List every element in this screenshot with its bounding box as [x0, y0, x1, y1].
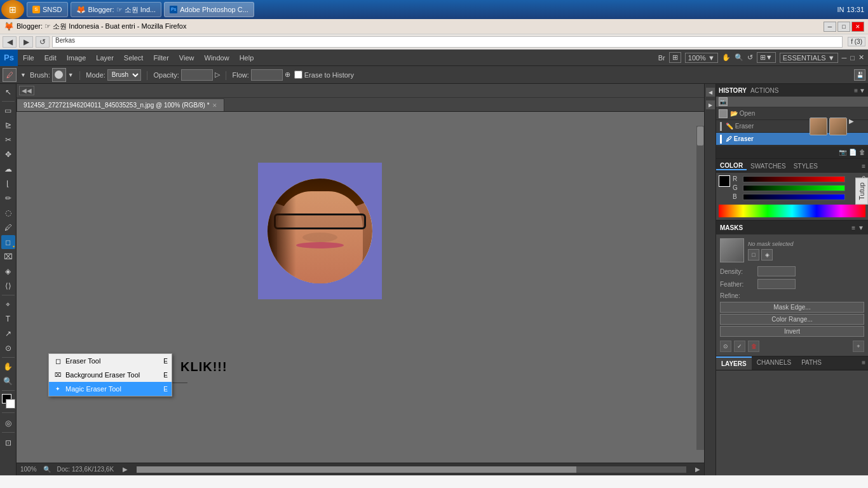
mask-apply-btn[interactable]: ✓ — [734, 341, 745, 352]
start-button[interactable]: ⊞ — [1, 0, 24, 19]
doc-tab-main[interactable]: 912458_272721946204011_845035253_n.jpg @… — [17, 98, 224, 111]
menu-filter[interactable]: Filter — [148, 51, 173, 64]
tool-preset-picker[interactable]: 🖊 — [3, 68, 17, 82]
taskbar-tab-blogger[interactable]: 🦊 Blogger: ☞ 소원 Ind... — [71, 2, 162, 17]
flow-input[interactable]: 100% — [251, 69, 283, 81]
maximize-button[interactable]: □ — [837, 22, 850, 32]
hscroll-thumb[interactable] — [137, 466, 576, 473]
feather-input[interactable] — [757, 279, 796, 289]
address-bar[interactable]: Berkas — [52, 36, 843, 48]
doc-tab-close[interactable]: ✕ — [212, 102, 217, 109]
tool-brush[interactable]: ✏ — [1, 191, 15, 205]
mode-select[interactable]: Brush — [107, 69, 141, 81]
ps-max-btn[interactable]: □ — [850, 54, 855, 62]
menu-window[interactable]: Window — [200, 51, 234, 64]
invert-btn[interactable]: Invert — [720, 326, 864, 337]
channels-tab[interactable]: CHANNELS — [752, 356, 796, 370]
tool-eraser[interactable]: ◻ ▾ — [1, 235, 15, 249]
fg-swatch[interactable] — [719, 175, 730, 187]
facebook-btn[interactable]: f (3) — [848, 37, 865, 46]
menu-layer[interactable]: Layer — [91, 51, 119, 64]
tool-path-select[interactable]: ↗ — [1, 327, 15, 341]
canvas-vscrollbar[interactable] — [696, 126, 704, 450]
tool-crop[interactable]: ✥ — [1, 147, 15, 161]
tool-eyedropper[interactable]: ☁ — [1, 162, 15, 176]
reload-button[interactable]: ↺ — [36, 36, 50, 48]
ps-hand-tool[interactable]: ✋ — [722, 53, 731, 62]
close-button[interactable]: ✕ — [851, 22, 864, 32]
panel-toggle-left[interactable]: ◀◀ — [19, 86, 34, 95]
ps-zoom-btn[interactable]: 100% ▼ — [685, 53, 718, 63]
tool-gradient[interactable]: ⌧ — [1, 250, 15, 264]
tool-blur[interactable]: ◈ — [1, 264, 15, 278]
red-slider[interactable] — [743, 176, 845, 182]
layers-menu-btn[interactable]: ≡ — [859, 356, 868, 370]
styles-tab[interactable]: STYLES — [790, 163, 822, 170]
layers-tab[interactable]: LAYERS — [716, 356, 752, 370]
color-panel-menu[interactable]: ≡ — [859, 163, 868, 170]
tool-move[interactable]: ↖ — [1, 85, 15, 99]
color-range-btn[interactable]: Color Range... — [720, 314, 864, 325]
tool-stamp[interactable]: ◌ — [1, 206, 15, 220]
options-save-btn[interactable]: 💾 — [854, 69, 865, 81]
brush-size-toggle[interactable]: ▼ — [68, 72, 74, 78]
narrow-btn-1[interactable]: ◀ — [706, 88, 715, 97]
panel-collapse-btn[interactable]: ▶ — [706, 100, 715, 109]
forward-button[interactable]: ▶ — [19, 36, 33, 48]
swatches-tab[interactable]: SWATCHES — [747, 163, 790, 170]
context-bg-eraser-tool[interactable]: ⌧ Background Eraser Tool E — [49, 368, 172, 382]
mask-load-btn[interactable]: ⊙ — [720, 341, 731, 352]
color-picker[interactable] — [1, 394, 15, 410]
taskbar-tab-photoshop[interactable]: Ps Adobe Photoshop C... — [164, 2, 254, 17]
add-pixel-mask-btn[interactable]: □ — [748, 249, 759, 261]
context-eraser-tool[interactable]: ◻ Eraser Tool E — [49, 354, 172, 368]
tool-dodge[interactable]: ⟨⟩ — [1, 279, 15, 293]
blue-slider[interactable] — [743, 194, 845, 200]
menu-file[interactable]: File — [18, 51, 39, 64]
canvas-hscrollbar[interactable] — [137, 466, 686, 473]
brush-picker[interactable] — [52, 68, 66, 82]
ps-zoom-tool[interactable]: 🔍 — [735, 53, 743, 62]
history-forward[interactable]: ▶ — [123, 466, 128, 473]
canvas-scroll-area[interactable]: ◻ Eraser Tool E ⌧ Background Eraser Tool… — [17, 112, 704, 463]
history-collapse-btn[interactable]: ▼ — [859, 87, 865, 94]
tool-text[interactable]: T — [1, 312, 15, 326]
vscroll-thumb[interactable] — [697, 126, 703, 146]
history-menu-btn[interactable]: ≡ — [854, 87, 858, 94]
actions-tab[interactable]: ACTIONS — [750, 87, 778, 94]
color-spectrum[interactable] — [719, 205, 865, 217]
menu-image[interactable]: Image — [62, 51, 92, 64]
history-tab-active[interactable]: HISTORY — [719, 87, 747, 94]
density-input[interactable] — [757, 266, 796, 276]
mask-edge-btn[interactable]: Mask Edge... — [720, 302, 864, 313]
ps-min-btn[interactable]: ─ — [842, 54, 847, 62]
mask-delete-btn[interactable]: 🗑 — [748, 341, 759, 352]
panel-arrow-btn[interactable]: ▶ — [849, 118, 854, 135]
tool-history-brush[interactable]: 🖊 — [1, 220, 15, 234]
menu-edit[interactable]: Edit — [39, 51, 62, 64]
masks-panel-menu[interactable]: ≡ — [851, 224, 855, 231]
history-new-snapshot[interactable]: 📷 — [839, 149, 846, 156]
green-slider[interactable] — [743, 185, 845, 191]
back-button[interactable]: ◀ — [3, 36, 17, 48]
tool-screen-mode[interactable]: ⊡ — [1, 436, 15, 450]
background-color[interactable] — [6, 399, 15, 409]
add-vector-mask-btn[interactable]: ◈ — [761, 249, 773, 261]
tool-zoom[interactable]: 🔍 — [1, 374, 15, 388]
ps-rotate-tool[interactable]: ↺ — [747, 53, 753, 62]
mask-new-btn[interactable]: + — [853, 341, 864, 352]
tool-shape[interactable]: ⊙ — [1, 341, 15, 355]
paths-tab[interactable]: PATHS — [796, 356, 827, 370]
history-new-doc[interactable]: 📄 — [849, 149, 857, 156]
ps-minibridge-btn[interactable]: ⊞ — [669, 52, 681, 63]
ps-close-btn[interactable]: ✕ — [858, 53, 864, 62]
hscroll-right[interactable]: ▶ — [695, 466, 700, 473]
tool-quickmask[interactable]: ◎ — [1, 416, 15, 430]
tutup-button[interactable]: Tutup — [855, 178, 868, 205]
tool-hand[interactable]: ✋ — [1, 360, 15, 374]
context-magic-eraser-tool[interactable]: ✦ Magic Eraser Tool E — [49, 382, 172, 396]
menu-view[interactable]: View — [174, 51, 200, 64]
tool-marquee[interactable]: ▭ — [1, 104, 15, 118]
ps-bridge-btn[interactable]: Br — [658, 54, 665, 62]
taskbar-tab-snsd[interactable]: S SNSD — [27, 2, 68, 17]
